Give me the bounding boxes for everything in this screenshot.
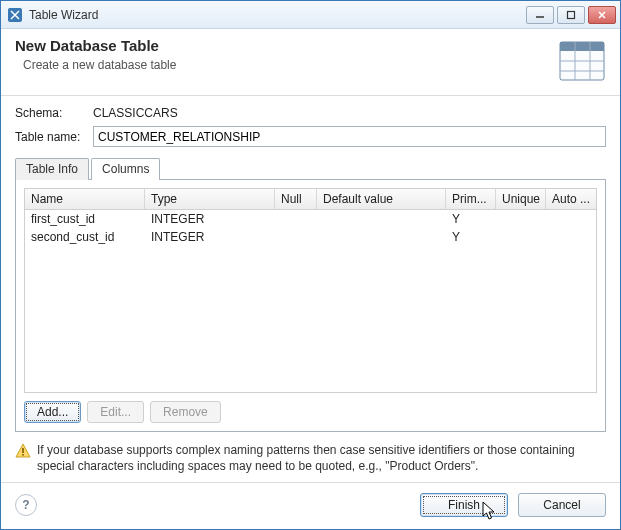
table-icon: [558, 37, 606, 85]
remove-column-button: Remove: [150, 401, 221, 423]
columns-grid[interactable]: Name Type Null Default value Prim... Uni…: [24, 188, 597, 393]
page-title: New Database Table: [15, 37, 558, 54]
svg-rect-2: [568, 11, 575, 18]
edit-column-button: Edit...: [87, 401, 144, 423]
table-cell: [275, 218, 317, 220]
svg-rect-10: [22, 454, 24, 456]
grid-header-unique[interactable]: Unique: [496, 189, 546, 209]
grid-header-primary[interactable]: Prim...: [446, 189, 496, 209]
tablename-row: Table name:: [15, 126, 606, 147]
table-cell: first_cust_id: [25, 211, 145, 227]
table-cell: [496, 218, 546, 220]
add-column-button[interactable]: Add...: [24, 401, 81, 423]
wizard-header: New Database Table Create a new database…: [1, 29, 620, 96]
table-cell: [317, 218, 446, 220]
grid-header-auto[interactable]: Auto ...: [546, 189, 596, 209]
schema-row: Schema: CLASSICCARS: [15, 106, 606, 120]
info-text: If your database supports complex naming…: [37, 442, 606, 474]
window-buttons: [526, 6, 616, 24]
svg-rect-4: [560, 42, 604, 51]
info-row: If your database supports complex naming…: [15, 438, 606, 474]
grid-buttons-row: Add... Edit... Remove: [24, 401, 597, 423]
tabs-area: Table Info Columns Name Type Null Defaul…: [15, 157, 606, 432]
titlebar: Table Wizard: [1, 1, 620, 29]
table-cell: [317, 236, 446, 238]
tab-columns[interactable]: Columns: [91, 158, 160, 180]
content-area: Schema: CLASSICCARS Table name: Table In…: [1, 96, 620, 482]
schema-value: CLASSICCARS: [93, 106, 178, 120]
window-title: Table Wizard: [29, 8, 520, 22]
grid-header-null[interactable]: Null: [275, 189, 317, 209]
grid-header-type[interactable]: Type: [145, 189, 275, 209]
tablename-input[interactable]: [93, 126, 606, 147]
table-cell: [546, 218, 596, 220]
table-cell: [275, 236, 317, 238]
grid-header-name[interactable]: Name: [25, 189, 145, 209]
tab-panel-columns: Name Type Null Default value Prim... Uni…: [15, 179, 606, 432]
columns-grid-header: Name Type Null Default value Prim... Uni…: [25, 189, 596, 210]
cancel-button[interactable]: Cancel: [518, 493, 606, 517]
warning-icon: [15, 443, 31, 459]
table-wizard-window: Table Wizard New Database Table Create a…: [0, 0, 621, 530]
finish-button[interactable]: Finish: [420, 493, 508, 517]
tabstrip: Table Info Columns: [15, 157, 606, 179]
table-cell: Y: [446, 211, 496, 227]
grid-header-default[interactable]: Default value: [317, 189, 446, 209]
help-icon[interactable]: ?: [15, 494, 37, 516]
table-cell: Y: [446, 229, 496, 245]
table-cell: [496, 236, 546, 238]
table-cell: [546, 236, 596, 238]
table-cell: second_cust_id: [25, 229, 145, 245]
table-cell: INTEGER: [145, 211, 275, 227]
schema-label: Schema:: [15, 106, 87, 120]
footer: ? Finish Cancel: [1, 482, 620, 529]
tab-table-info[interactable]: Table Info: [15, 158, 89, 180]
page-subtitle: Create a new database table: [23, 58, 558, 72]
tablename-label: Table name:: [15, 130, 87, 144]
table-row[interactable]: second_cust_idINTEGERY: [25, 228, 596, 246]
app-icon: [7, 7, 23, 23]
close-button[interactable]: [588, 6, 616, 24]
maximize-button[interactable]: [557, 6, 585, 24]
svg-rect-9: [22, 448, 24, 453]
table-row[interactable]: first_cust_idINTEGERY: [25, 210, 596, 228]
table-cell: INTEGER: [145, 229, 275, 245]
minimize-button[interactable]: [526, 6, 554, 24]
columns-grid-body: first_cust_idINTEGERYsecond_cust_idINTEG…: [25, 210, 596, 392]
